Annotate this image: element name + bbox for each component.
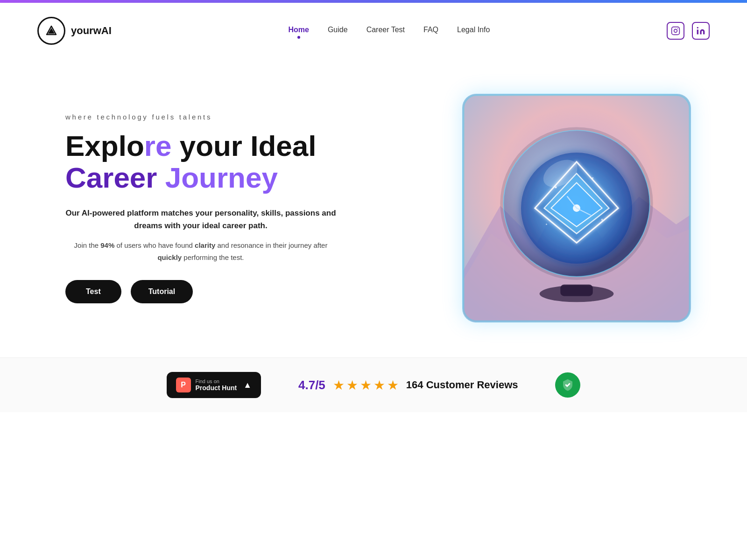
main-nav: Home Guide Career Test FAQ Legal Info [288,26,490,36]
bottom-section: P Find us on Product Hunt ▲ 4.7/5 ★ ★ ★ … [0,357,747,412]
star-rating: ★ ★ ★ ★ ★ [333,378,399,393]
stats-percent: 94% [100,241,114,249]
logo-icon [37,17,65,45]
hero-section: where technology fuels talents Explore y… [0,59,747,357]
svg-point-6 [697,27,698,28]
hero-subtitle: where technology fuels talents [65,113,336,121]
star-5: ★ [387,378,399,393]
hero-title: Explore your Ideal Career Journey [65,130,336,194]
hero-content: where technology fuels talents Explore y… [65,113,336,304]
hero-description: Our AI-powered platform matches your per… [65,207,336,232]
ph-line2: Product Hunt [196,384,237,392]
hero-title-career: Career [65,161,165,194]
reviews-section: 4.7/5 ★ ★ ★ ★ ★ 164 Customer Reviews [298,378,518,393]
nav-legal-info[interactable]: Legal Info [457,26,490,36]
stats-end: performing the test. [182,253,244,261]
hero-title-your-ideal: your Ideal [171,130,316,162]
hero-image [462,94,691,322]
header: yourwAI Home Guide Career Test FAQ Legal… [0,3,747,59]
svg-point-4 [677,28,678,29]
logo-text: yourwAI [71,25,112,37]
ph-line1: Find us on [196,378,237,384]
star-1: ★ [333,378,345,393]
hero-title-explore: Explo [65,130,144,162]
logo[interactable]: yourwAI [37,17,112,45]
svg-rect-2 [672,27,680,35]
hero-title-re: re [144,130,172,162]
stats-suffix: and resonance in their journey after [215,241,327,249]
svg-point-3 [674,29,677,33]
test-button[interactable]: Test [65,280,121,303]
rating-score: 4.7/5 [298,378,325,392]
product-hunt-icon: P [176,378,191,392]
tutorial-button[interactable]: Tutorial [131,280,193,303]
star-2: ★ [346,378,358,393]
product-hunt-badge[interactable]: P Find us on Product Hunt ▲ [167,372,261,398]
star-3: ★ [360,378,372,393]
nav-guide[interactable]: Guide [328,26,348,36]
ph-arrow-icon: ▲ [243,380,252,390]
stats-clarity: clarity [195,241,215,249]
hero-title-journey: Journey [165,161,278,194]
linkedin-icon[interactable] [692,22,710,40]
star-4: ★ [374,378,385,393]
hero-title-line2: Career Journey [65,162,336,194]
nav-career-test[interactable]: Career Test [366,26,405,36]
reviews-count: 164 Customer Reviews [406,379,518,391]
shield-badge [555,372,580,398]
stats-quickly: quickly [157,253,182,261]
hero-buttons: Test Tutorial [65,280,336,303]
svg-point-22 [592,177,593,179]
svg-rect-5 [697,30,698,35]
social-links [667,22,710,40]
stats-prefix: Join the [74,241,101,249]
stats-middle: of users who have found [114,241,195,249]
svg-point-23 [601,219,603,221]
svg-rect-11 [560,285,592,296]
nav-faq[interactable]: FAQ [423,26,438,36]
instagram-icon[interactable] [667,22,684,40]
nav-home[interactable]: Home [288,26,309,36]
hero-stats: Join the 94% of users who have found cla… [65,239,336,263]
crystal-ball-scene [463,95,690,322]
product-hunt-text: Find us on Product Hunt [196,378,237,392]
svg-point-24 [546,224,547,225]
